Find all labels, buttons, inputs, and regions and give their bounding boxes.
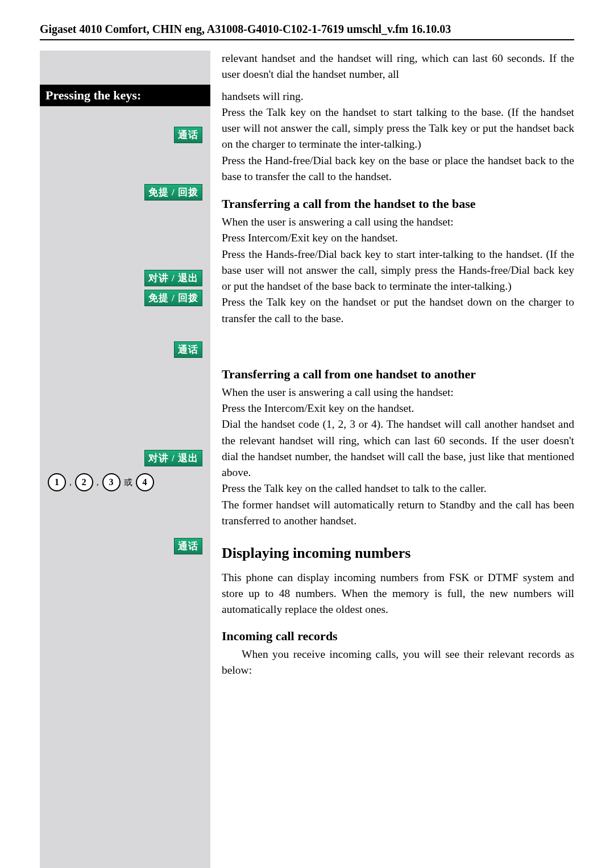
subsection-title-incoming-records: Incoming call records [222,627,574,645]
num-1-icon: 1 [48,473,66,491]
page-header: Gigaset 4010 Comfort, CHIN eng, A31008-G… [40,23,574,40]
talk-key-badge-2: 通话 [174,341,202,358]
handset-code-icons: 1 , 2 , 3 或 4 [40,470,210,495]
sub1-p1: When you receive incoming calls, you wil… [222,646,574,679]
sec1-p4: Press the Talk key on the handset or put… [222,294,574,327]
press-talk-base-paragraph: Press the Talk key on the handset to sta… [222,105,574,153]
sec1-p1: When the user is answering a call using … [222,214,574,230]
sec2-p1: When the user is answering a call using … [222,385,574,400]
handfree-dialback-key-badge-2: 免提 / 回拨 [144,290,202,306]
talk-key-badge: 通话 [174,127,202,143]
num-2-icon: 2 [75,473,93,491]
comma-1: , [68,478,73,487]
sec2-p5: The former handset will automatically re… [222,497,574,529]
intro-paragraph: relevant handset and the handset will ri… [222,51,574,83]
talk-key-badge-3: 通话 [174,538,202,554]
sec1-p2: Press Intercom/Exit key on the handset. [222,230,574,246]
or-text: 或 [123,477,134,488]
intercom-exit-key-badge-2: 对讲 / 退出 [144,450,202,466]
handsets-ring-paragraph: handsets will ring. [222,89,574,105]
sec2-p2: Press the Intercom/Exit key on the hands… [222,400,574,416]
section-title-displaying-incoming: Displaying incoming numbers [222,542,574,564]
num-4-icon: 4 [136,473,154,491]
sec2-p4: Press the Talk key on the called handset… [222,481,574,496]
press-handfree-base-paragraph: Press the Hand-free/Dial back key on the… [222,153,574,185]
section-title-transfer-handset-base: Transferring a call from the handset to … [222,195,574,213]
sec3-p1: This phone can display incoming numbers … [222,570,574,618]
comma-2: , [96,478,100,487]
sec2-p3: Dial the handset code (1, 2, 3 or 4). Th… [222,416,574,481]
pressing-keys-title: Pressing the keys: [40,85,210,106]
section-title-transfer-handset-handset: Transferring a call from one handset to … [222,365,574,383]
handfree-dialback-key-badge: 免提 / 回拨 [144,184,202,201]
sidebar: Pressing the keys: 通话 免提 / 回拨 对讲 / 退出 免提… [40,51,210,868]
num-3-icon: 3 [102,473,121,491]
main-content: relevant handset and the handset will ri… [210,51,574,868]
sec1-p3: Press the Hands-free/Dial back key to st… [222,247,574,295]
intercom-exit-key-badge: 对讲 / 退出 [144,270,202,286]
